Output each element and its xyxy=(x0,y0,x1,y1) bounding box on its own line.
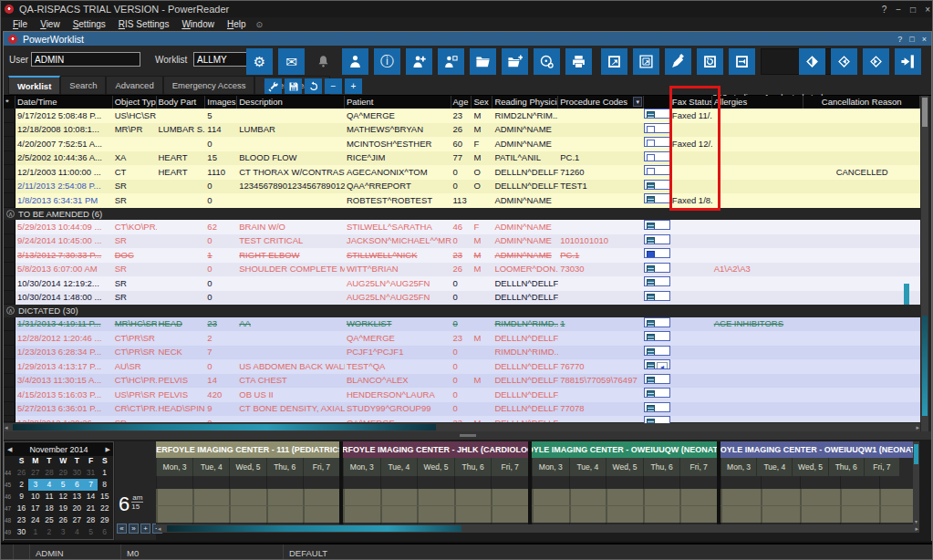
calendar-day[interactable]: 22 xyxy=(98,503,111,514)
collapse-icon[interactable]: ∧ xyxy=(6,306,15,315)
table-row[interactable]: 12/1/2003 11:00:00 ...CTHEART1110CT THOR… xyxy=(4,165,920,180)
menu-item-file[interactable]: File xyxy=(6,19,34,29)
calendar-day[interactable]: 3 xyxy=(57,526,70,538)
report-document-icon[interactable] xyxy=(647,294,655,301)
calendar-day[interactable]: 10 xyxy=(28,491,42,503)
prev-study-button[interactable] xyxy=(831,48,857,75)
refresh-button[interactable] xyxy=(305,78,322,94)
table-vscroll-thumb[interactable] xyxy=(922,98,928,127)
schedule-scroll-left-icon[interactable]: ◂ xyxy=(158,524,161,533)
section-scroll-indicator[interactable] xyxy=(904,284,909,305)
help-button[interactable]: ? xyxy=(882,5,887,15)
calendar-day[interactable]: 18 xyxy=(42,503,56,514)
report-document-icon[interactable] xyxy=(647,405,655,412)
reopen-image-button[interactable] xyxy=(697,48,723,75)
panel-vscroll-thumb[interactable] xyxy=(914,444,918,464)
column-header-proc[interactable]: Procedure Codes▾ xyxy=(558,96,644,109)
table-row[interactable]: 9/17/2012 5:08:48 P...US\HC\SR5QA^MERGE2… xyxy=(4,109,920,123)
column-header-doc[interactable] xyxy=(644,96,670,109)
user-input[interactable] xyxy=(31,52,140,67)
tab-worklist[interactable]: Worklist xyxy=(8,76,60,95)
menu-item-window[interactable]: Window xyxy=(175,19,221,29)
calendar-day[interactable]: 28 xyxy=(42,467,56,479)
report-document-icon[interactable] xyxy=(647,334,655,341)
menu-item-help[interactable]: Help xyxy=(221,19,253,29)
table-row[interactable]: 12/28/2012 1:20:46 ...CT\PR\SR2QA^MERGE2… xyxy=(4,331,920,346)
open-image-button[interactable] xyxy=(601,48,627,75)
table-row[interactable]: 1/31/2013 4:19:11 P...MR\HC\SRHEAD23AAWO… xyxy=(4,317,920,332)
calendar-day[interactable]: 14 xyxy=(84,491,98,503)
table-row[interactable]: 5/29/2013 10:44:09 ...CT\KO\PR...62BRAIN… xyxy=(4,220,920,234)
calendar-day[interactable]: 12 xyxy=(57,491,70,503)
calendar-day[interactable]: 24 xyxy=(28,514,42,526)
table-row[interactable]: 1/8/2013 6:34:31 PMSR0ROBTEST^ROBTEST113… xyxy=(4,193,920,208)
table-row[interactable]: 5/27/2013 6:36:01 P...CR\CT\PR...HEAD\SP… xyxy=(4,402,920,417)
report-document-icon[interactable] xyxy=(647,265,655,273)
audio-speaker-icon[interactable]: ◄ xyxy=(657,362,668,369)
table-horizontal-scrollbar[interactable]: ◂ ▸ xyxy=(4,423,920,431)
pane-splitter[interactable] xyxy=(4,431,931,440)
calendar-day[interactable]: 6 xyxy=(70,479,84,491)
menu-item-settings[interactable]: Settings xyxy=(67,19,112,29)
calendar-day[interactable]: 1 xyxy=(98,467,111,479)
menu-overflow-icon[interactable]: ⊙ xyxy=(256,20,264,29)
calendar-day[interactable]: 5 xyxy=(57,479,70,491)
report-document-icon[interactable] xyxy=(647,111,655,119)
calendar-day[interactable]: 2 xyxy=(42,526,56,538)
table-hscroll-thumb[interactable] xyxy=(13,424,436,430)
collapse-minus-button[interactable]: − xyxy=(325,78,342,94)
report-document-icon[interactable] xyxy=(647,237,655,244)
skip-first-button[interactable]: « xyxy=(117,524,127,534)
table-row[interactable]: 4/15/2013 5:16:03 P...US\PR\SRPELVIS420O… xyxy=(4,388,920,402)
open-study-new-button[interactable] xyxy=(502,48,528,75)
calendar-day[interactable]: 21 xyxy=(84,503,98,514)
column-filter-icon[interactable]: ▾ xyxy=(633,97,642,107)
next-study-button[interactable] xyxy=(863,48,889,75)
table-row[interactable]: 4/20/2007 7:52:51 A...0MCINTOSH^ESTHER60… xyxy=(4,137,920,151)
report-document-icon[interactable] xyxy=(647,362,655,369)
panel-time-slots[interactable] xyxy=(532,489,717,523)
table-row[interactable]: 2/11/2013 2:54:08 P...SR0123456789012345… xyxy=(4,180,920,194)
calendar-day[interactable]: 11 xyxy=(42,491,56,503)
calendar-day[interactable]: 3 xyxy=(28,479,42,491)
panel-scroll-down-icon[interactable]: ▾ xyxy=(913,518,919,524)
report-document-icon[interactable] xyxy=(647,377,655,384)
exit-worklist-button[interactable] xyxy=(895,48,921,75)
patient-schedule-button[interactable] xyxy=(438,48,464,75)
table-row[interactable]: 2/5/2002 10:44:36 A...XAHEART15BLOOD FLO… xyxy=(4,151,920,166)
calendar-day[interactable]: 5 xyxy=(84,526,98,538)
column-header-phys[interactable]: Reading Physician xyxy=(492,96,558,109)
collapse-icon[interactable]: ∧ xyxy=(6,210,15,218)
open-study-button[interactable] xyxy=(470,48,496,75)
minimize-button[interactable]: − xyxy=(896,5,901,15)
schedule-horizontal-scrollbar[interactable]: ◂ ▸ xyxy=(157,524,919,533)
table-vscroll-indicator[interactable] xyxy=(922,316,928,416)
calendar-day[interactable]: 29 xyxy=(57,467,70,479)
calendar-next-icon[interactable]: ▶ xyxy=(106,446,110,453)
add-patient-button[interactable] xyxy=(406,48,432,75)
settings-gear-button[interactable]: ⚙ xyxy=(246,48,273,75)
calendar-day[interactable]: 20 xyxy=(70,503,84,514)
report-document-icon[interactable] xyxy=(647,196,655,203)
section-header-dictated[interactable]: ∧DICTATED (30) xyxy=(4,305,920,317)
table-row[interactable]: 12/18/2008 10:08:1...MR\PRLUMBAR S...114… xyxy=(4,123,920,138)
pw-close-button[interactable]: × xyxy=(922,35,927,44)
calendar-day[interactable]: 16 xyxy=(15,503,28,514)
calendar-day[interactable]: 4 xyxy=(70,526,84,538)
panel-vertical-scrollbar[interactable]: ▾ xyxy=(913,441,919,524)
calendar-day[interactable]: 25 xyxy=(42,514,56,526)
calendar-day[interactable]: 28 xyxy=(84,514,98,526)
tab-search[interactable]: Search xyxy=(60,76,106,95)
skip-last-button[interactable]: » xyxy=(129,524,139,534)
column-header-age[interactable]: Age xyxy=(451,96,472,109)
schedule-hscroll-thumb[interactable] xyxy=(167,525,461,532)
print-button[interactable] xyxy=(565,48,592,75)
calendar-day[interactable]: 30 xyxy=(70,467,84,479)
tools-wrench-button[interactable] xyxy=(264,78,282,94)
table-row[interactable]: 1/29/2013 4:13:17 P...AU\SR0US ABDOMEN B… xyxy=(4,359,920,374)
report-document-icon[interactable] xyxy=(647,168,655,175)
column-header-sex[interactable]: Sex xyxy=(472,96,492,109)
table-row[interactable]: 9/24/2014 10:45:00 ...SR0TEST CRITICALJA… xyxy=(4,234,920,249)
report-document-icon[interactable] xyxy=(647,279,655,286)
panel-time-slots[interactable] xyxy=(343,489,528,523)
